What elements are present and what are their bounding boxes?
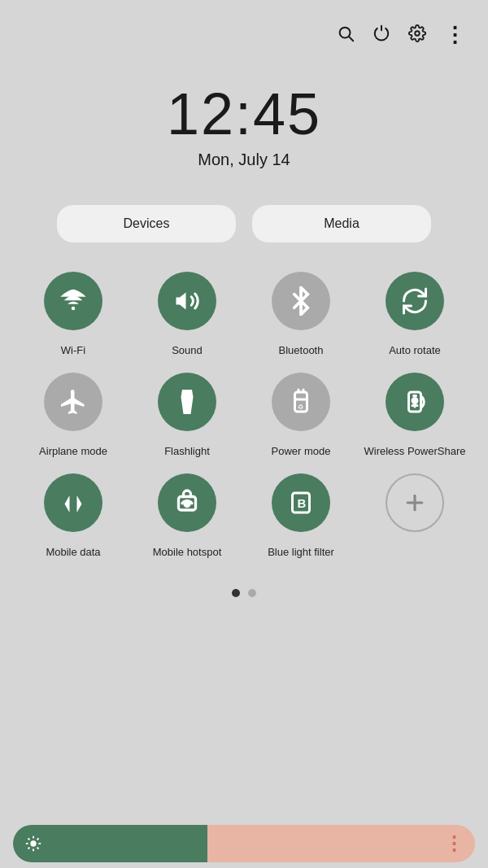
settings-icon[interactable] — [408, 24, 426, 47]
svg-line-22 — [37, 848, 39, 849]
clock-date: Mon, July 14 — [198, 150, 290, 169]
svg-point-16 — [30, 840, 36, 846]
brightness-right[interactable]: ⋮ — [207, 825, 475, 862]
more-icon[interactable]: ⋮ — [444, 23, 465, 48]
flashlight-label: Flashlight — [164, 438, 210, 465]
tile-airplane[interactable]: Airplane mode — [16, 373, 130, 465]
airplane-icon-circle — [44, 373, 102, 431]
svg-line-24 — [37, 838, 39, 840]
tile-powermode[interactable]: ♻ Power mode — [244, 373, 358, 465]
svg-line-1 — [349, 37, 353, 41]
tile-hotspot[interactable]: Mobile hotspot — [130, 473, 244, 566]
hotspot-icon-circle — [158, 473, 216, 532]
hotspot-label: Mobile hotspot — [153, 539, 222, 566]
top-icons-bar: ⋮ — [0, 0, 488, 48]
svg-marker-4 — [176, 293, 186, 310]
svg-point-5 — [185, 406, 190, 410]
airplane-label: Airplane mode — [39, 438, 107, 465]
tile-sound[interactable]: Sound — [130, 272, 244, 364]
media-button[interactable]: Media — [252, 205, 431, 242]
svg-line-21 — [28, 838, 29, 840]
dot-1 — [232, 589, 240, 597]
power-icon[interactable] — [373, 24, 390, 47]
tile-wireless[interactable]: Wireless PowerShare — [358, 373, 472, 465]
flashlight-icon-circle — [158, 373, 216, 431]
powermode-label: Power mode — [272, 438, 331, 465]
tile-wifi[interactable]: Wi-Fi — [16, 272, 130, 364]
brightness-left[interactable] — [13, 825, 207, 862]
bluetooth-icon-circle — [272, 272, 330, 330]
clock-time: 12:45 — [167, 81, 321, 147]
svg-line-23 — [28, 848, 29, 849]
svg-point-2 — [415, 31, 420, 36]
mobiledata-icon-circle — [44, 473, 102, 532]
svg-text:B: B — [298, 496, 307, 510]
tile-bluelight[interactable]: B Blue light filter — [244, 473, 358, 566]
tile-bluetooth[interactable]: Bluetooth — [244, 272, 358, 364]
svg-point-9 — [412, 399, 417, 403]
svg-point-3 — [72, 307, 76, 311]
add-icon-circle — [386, 473, 444, 532]
wireless-icon-circle — [386, 373, 444, 431]
bluetooth-label: Bluetooth — [279, 337, 324, 364]
powermode-icon-circle: ♻ — [272, 373, 330, 431]
quick-settings-grid: Wi-Fi Sound Bluetooth — [0, 272, 488, 566]
sound-icon-circle — [158, 272, 216, 330]
wifi-icon-circle — [44, 272, 102, 330]
brightness-sun-icon — [24, 835, 42, 853]
dot-2 — [248, 589, 256, 597]
tile-autorotate[interactable]: Auto rotate — [358, 272, 472, 364]
bluelight-icon-circle: B — [272, 473, 330, 532]
svg-text:♻: ♻ — [298, 403, 303, 411]
tile-add[interactable] — [358, 473, 472, 566]
devices-button[interactable]: Devices — [57, 205, 236, 242]
bluelight-label: Blue light filter — [268, 539, 334, 566]
quick-buttons-row: Devices Media — [0, 205, 488, 242]
clock-section: 12:45 Mon, July 14 — [0, 81, 488, 169]
autorotate-label: Auto rotate — [389, 337, 441, 364]
wireless-label: Wireless PowerShare — [364, 438, 466, 465]
wifi-label: Wi-Fi — [61, 337, 85, 364]
tile-mobiledata[interactable]: Mobile data — [16, 473, 130, 566]
tile-flashlight[interactable]: Flashlight — [130, 373, 244, 465]
autorotate-icon-circle — [386, 272, 444, 330]
brightness-more-icon: ⋮ — [444, 834, 464, 853]
pagination-dots — [0, 589, 488, 597]
mobiledata-label: Mobile data — [46, 539, 100, 566]
sound-label: Sound — [172, 337, 203, 364]
search-icon[interactable] — [337, 24, 355, 47]
